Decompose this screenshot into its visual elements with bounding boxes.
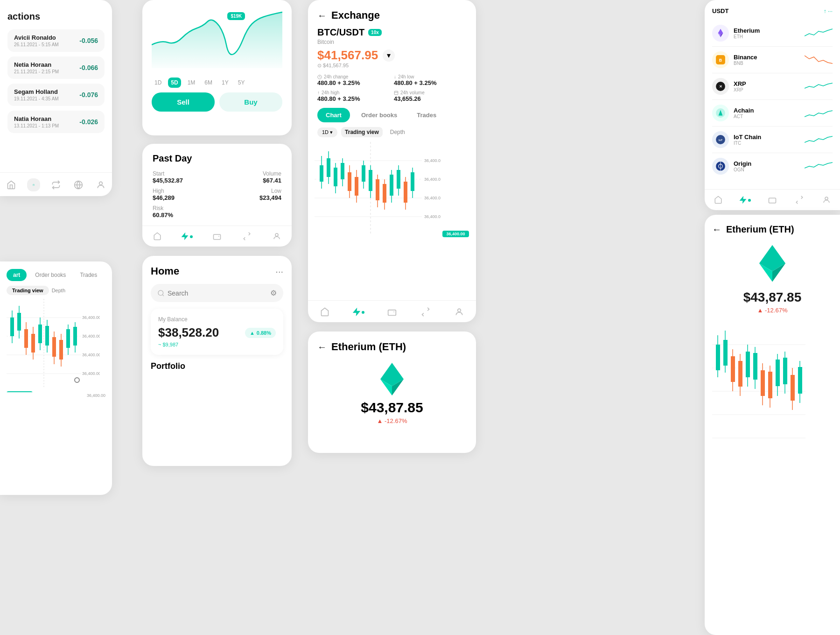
low-val: $23,494: [259, 194, 281, 201]
svg-rect-114: [731, 356, 735, 382]
filter-icon[interactable]: ⚙: [270, 289, 277, 297]
ex-left-bottom-price: 36,400.00: [7, 393, 105, 398]
ex-lightning-icon[interactable]: [352, 305, 365, 318]
itc-logo-icon: IoT: [715, 134, 726, 145]
tab-orderbooks[interactable]: Order books: [353, 108, 406, 122]
svg-rect-5: [214, 234, 221, 240]
home-menu-button[interactable]: ···: [275, 266, 283, 277]
tf-6m[interactable]: 6M: [202, 78, 215, 88]
eth-right-back-arrow[interactable]: ←: [712, 224, 721, 235]
volume-val: $67.41: [263, 177, 281, 184]
tx-date-1: 26.11.2021 - 5:15 AM: [14, 42, 59, 47]
svg-rect-84: [31, 334, 35, 353]
ex-left-trades-tab[interactable]: Trades: [74, 269, 103, 281]
cl-wallet-icon[interactable]: [766, 193, 779, 206]
stat-low-label: ↓ 24h low: [394, 74, 467, 79]
stat-volume: 24h volume 43,655.26: [394, 90, 467, 102]
ex-wallet-icon[interactable]: [385, 305, 399, 318]
price-dropdown-btn[interactable]: ▾: [383, 49, 395, 62]
exchange-back-arrow[interactable]: ←: [317, 10, 327, 21]
svg-rect-118: [746, 352, 750, 377]
high-label: High: [153, 188, 175, 194]
svg-rect-26: [348, 172, 351, 191]
crypto-item-act[interactable]: Achain ACT: [712, 100, 833, 127]
svg-rect-96: [73, 327, 77, 346]
home-title: Home: [151, 265, 179, 277]
tf-5y[interactable]: 5Y: [235, 78, 248, 88]
tx-val-3: -0.076: [79, 91, 98, 99]
crypto-item-bnb[interactable]: B Binance BNB: [712, 47, 833, 73]
balance-badge: ▲ 0.88%: [245, 328, 276, 338]
cl-profile-icon[interactable]: [820, 193, 833, 206]
svg-point-51: [458, 309, 461, 312]
pd-lightning-icon[interactable]: [181, 230, 194, 243]
ex-left-chart-tab[interactable]: art: [7, 269, 27, 281]
exchange-nav-icon[interactable]: [72, 178, 85, 191]
itc-name: IoT Chain: [734, 134, 800, 141]
eth-back-arrow[interactable]: ←: [317, 342, 327, 353]
ex-left-depth-tab[interactable]: Depth: [52, 288, 65, 293]
ex-left-orderbooks-tab[interactable]: Order books: [29, 269, 71, 281]
home-nav-icon[interactable]: [5, 178, 18, 191]
pd-transfer-icon[interactable]: [240, 230, 253, 243]
search-bar[interactable]: ⚙: [151, 284, 283, 302]
transaction-item-2[interactable]: Netia Horaan 21.11.2021 - 2:15 PM -0.066: [7, 56, 105, 79]
pd-wallet-icon[interactable]: [210, 230, 224, 243]
balance-card: My Balance $38,528.20 ▲ 0.88% ~ $9,987: [151, 309, 283, 355]
profile-nav-icon[interactable]: [94, 178, 107, 191]
pd-profile-icon[interactable]: [270, 230, 283, 243]
tf-1m[interactable]: 1M: [185, 78, 198, 88]
search-icon: [157, 289, 165, 297]
eth-right-header: ← Etherium (ETH): [712, 224, 833, 235]
view-tab-trading[interactable]: Trading view: [341, 127, 383, 137]
bnb-icon: B: [712, 51, 729, 68]
tf-1d[interactable]: 1D: [152, 78, 164, 88]
transfer-nav-icon[interactable]: [49, 178, 63, 191]
pair-price-ref: ⊙ $41,567.95: [317, 63, 467, 69]
crypto-item-ogn[interactable]: Origin OGN: [712, 153, 833, 179]
cl-transfer-icon[interactable]: [793, 193, 806, 206]
ex-home-icon[interactable]: [318, 305, 331, 318]
cl-lightning-icon[interactable]: [739, 193, 752, 206]
tf-1y[interactable]: 1Y: [219, 78, 231, 88]
tf-5d[interactable]: 5D: [168, 78, 181, 88]
eth-center-panel: ← Etherium (ETH) $43,87.85 ▲ -12.67%: [308, 332, 476, 453]
svg-text:36,400.00: 36,400.00: [424, 177, 441, 182]
buy-button[interactable]: Buy: [219, 92, 282, 112]
tab-trades[interactable]: Trades: [408, 108, 445, 122]
view-tab-depth[interactable]: Depth: [386, 127, 409, 137]
transaction-item-3[interactable]: Segam Holland 19.11.2021 - 4:35 AM -0.07…: [7, 84, 105, 106]
sell-button[interactable]: Sell: [152, 92, 215, 112]
svg-rect-38: [390, 175, 393, 196]
period-button[interactable]: 1D ▾: [317, 127, 337, 137]
cl-home-icon[interactable]: [712, 193, 725, 206]
past-day-bottom-nav: [142, 226, 292, 247]
ex-left-trading-view-tab[interactable]: Trading view: [7, 286, 49, 295]
pair-stats: 24h change 480.80 + 3.25% ↓ 24h low 480.…: [308, 69, 476, 108]
wallet-nav-icon[interactable]: [27, 178, 40, 191]
pd-home-icon[interactable]: [151, 230, 164, 243]
svg-rect-36: [383, 184, 386, 203]
start-val: $45,532.87: [153, 177, 183, 184]
svg-text:36,400.00: 36,400.00: [424, 214, 441, 219]
svg-rect-116: [738, 361, 742, 387]
crypto-list-panel: USDT ↑ ··· Etherium ETH B Binance: [705, 0, 840, 210]
svg-rect-88: [45, 326, 49, 346]
leverage-badge: 10x: [368, 29, 382, 36]
transaction-item-4[interactable]: Natia Horaan 13.11.2021 - 1:13 PM -0.026: [7, 111, 105, 133]
tab-chart[interactable]: Chart: [317, 108, 350, 122]
past-day-title: Past Day: [153, 153, 281, 164]
ex-transfer-icon[interactable]: [419, 305, 432, 318]
bnb-sym: BNB: [734, 61, 800, 66]
eth-center-title: Etherium (ETH): [331, 341, 406, 353]
crypto-item-eth[interactable]: Etherium ETH: [712, 20, 833, 47]
crypto-item-xrp[interactable]: ✕ XRP XRP: [712, 73, 833, 100]
search-input[interactable]: [168, 289, 270, 297]
ex-profile-icon[interactable]: [453, 305, 466, 318]
past-day-row-2: High $46,289 Low $23,494: [153, 188, 281, 201]
svg-rect-30: [362, 165, 365, 182]
crypto-item-itc[interactable]: IoT IoT Chain ITC: [712, 127, 833, 153]
pair-price: $41,567.95: [317, 48, 378, 63]
past-day-row-1: Start $45,532.87 Volume $67.41: [153, 170, 281, 184]
transaction-item-1[interactable]: Avicii Ronaldo 26.11.2021 - 5:15 AM -0.0…: [7, 29, 105, 52]
